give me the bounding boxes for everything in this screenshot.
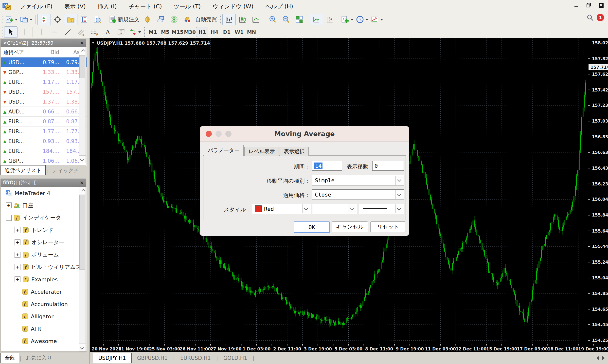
chart-tab-eurusd-h1[interactable]: EURUSD,H1 — [175, 353, 216, 363]
bar-chart-button[interactable] — [222, 14, 236, 25]
tree-item--[interactable]: +fオシレーター — [1, 236, 87, 249]
fibonacci-button[interactable]: F — [88, 26, 101, 38]
strategy-tester-button[interactable] — [91, 14, 104, 25]
menu-v[interactable]: 表示 (V) — [58, 0, 92, 13]
indicators-button[interactable] — [340, 14, 355, 25]
market-watch-row[interactable]: ▲EUR...1.17...1.17... — [1, 77, 87, 87]
tree-item-metatrader-4[interactable]: MetaTrader 4 — [1, 187, 87, 199]
line-width-select[interactable] — [359, 204, 404, 214]
auto-scroll-button[interactable] — [310, 14, 323, 25]
timeframe-m5-button[interactable]: M5 — [159, 27, 171, 37]
close-button[interactable] — [596, 1, 607, 9]
candlestick-chart-button[interactable] — [236, 14, 249, 25]
tile-windows-button[interactable] — [293, 14, 306, 25]
tree-item--[interactable]: +口座 — [1, 199, 87, 212]
restore-button[interactable] — [583, 1, 594, 9]
dropdown-caret-icon[interactable] — [351, 19, 354, 20]
collapse-icon[interactable]: − — [6, 215, 12, 221]
tree-item-awesome[interactable]: fAwesome — [1, 335, 87, 347]
scroll-down-icon[interactable] — [79, 344, 86, 351]
scroll-down-icon[interactable] — [79, 155, 86, 163]
scroll-up-icon[interactable] — [79, 187, 86, 195]
toolbar-grip[interactable] — [1, 27, 3, 37]
chart-shift-button[interactable] — [323, 14, 336, 25]
vertical-line-button[interactable] — [35, 26, 48, 38]
zoom-out-button[interactable] — [279, 14, 293, 25]
market-watch-row[interactable]: ▼GBP...1.33...1.33... — [1, 67, 87, 77]
timeframe-h4-button[interactable]: H4 — [208, 27, 221, 37]
tree-item--[interactable]: +fトレンド — [1, 224, 87, 236]
timeframe-h1-button[interactable]: H1 — [196, 27, 208, 37]
column-header-symbol[interactable]: 通貨ペア — [1, 47, 38, 57]
dropdown-caret-icon[interactable] — [380, 19, 383, 20]
market-watch-close-icon[interactable]: ✕ — [80, 40, 84, 46]
shift-input[interactable]: 0 — [372, 161, 404, 171]
toolbar-grip[interactable] — [219, 15, 221, 24]
expand-icon[interactable]: + — [15, 252, 20, 258]
periods-button[interactable] — [355, 14, 370, 25]
chevron-down-icon[interactable] — [302, 204, 310, 213]
new-order-button[interactable]: 新規注文 — [108, 14, 141, 25]
signals-button[interactable] — [167, 14, 181, 25]
dialog-tab-parameters[interactable]: パラメーター — [204, 145, 244, 156]
tree-item-accelerator[interactable]: fAccelerator — [1, 286, 87, 298]
timeframe-m1-button[interactable]: M1 — [147, 27, 159, 37]
market-watch-tab[interactable]: 通貨ペアリスト — [0, 165, 46, 175]
market-watch-row[interactable]: ▼USD...1.37...1.38... — [1, 97, 87, 107]
market-watch-tab[interactable]: ティックチ — [49, 165, 83, 175]
equidistant-channel-button[interactable]: E — [74, 26, 88, 38]
cancel-button[interactable]: キャンセル — [332, 221, 368, 232]
scroll-tabs-left-icon[interactable] — [596, 356, 599, 360]
market-watch-row[interactable]: ▲EUR...0.87...0.87... — [1, 117, 87, 127]
line-chart-button[interactable] — [249, 14, 262, 25]
chart-tab-gold-h1[interactable]: GOLD,H1 — [218, 353, 253, 363]
menu-h[interactable]: ヘルプ (H) — [259, 0, 299, 13]
zoom-in-button[interactable] — [266, 14, 279, 25]
expand-icon[interactable]: + — [15, 239, 20, 245]
menu-t[interactable]: ツール (T) — [168, 0, 207, 13]
apply-price-select[interactable]: Close — [312, 189, 404, 200]
dropdown-caret-icon[interactable] — [365, 19, 368, 20]
menu-i[interactable]: 挿入 (I) — [92, 0, 123, 13]
menu-c[interactable]: チャート (C) — [123, 0, 168, 13]
ma-method-select[interactable]: Simple — [312, 175, 404, 185]
ok-button[interactable]: OK — [294, 221, 330, 233]
dropdown-caret-icon[interactable] — [30, 19, 33, 20]
chevron-down-icon[interactable] — [348, 204, 356, 213]
tree-item-examples[interactable]: +fExamples — [1, 273, 87, 286]
timeframe-d1-button[interactable]: D1 — [221, 27, 233, 37]
trendline-button[interactable] — [61, 26, 74, 38]
period-input[interactable]: 14 — [312, 161, 342, 171]
dialog-tab-other[interactable]: レベル表示 — [244, 147, 279, 156]
style-color-select[interactable]: Red — [252, 204, 311, 214]
autotrading-button[interactable]: 自動売買 — [194, 14, 218, 25]
expand-icon[interactable]: + — [15, 264, 20, 270]
timeframe-m15-button[interactable]: M15 — [171, 27, 184, 37]
market-watch-row[interactable]: ▲AUD...0.66...0.66... — [1, 107, 87, 117]
navigator-button[interactable] — [64, 14, 77, 25]
tree-item--[interactable]: +fボリューム — [1, 249, 87, 261]
notification-badge[interactable]: 1 — [597, 14, 604, 21]
menu-f[interactable]: ファイル (F) — [14, 0, 58, 13]
scroll-up-icon[interactable] — [79, 47, 86, 55]
arrows-tool-button[interactable] — [128, 26, 143, 38]
chevron-down-icon[interactable] — [395, 190, 404, 199]
market-watch-row[interactable]: ▲EUR...184....184.... — [1, 146, 87, 156]
expand-icon[interactable]: + — [15, 276, 20, 282]
text-label-button[interactable]: T — [114, 26, 128, 38]
expand-icon[interactable]: + — [6, 202, 12, 208]
data-window-button[interactable] — [51, 14, 64, 25]
toolbar-grip[interactable] — [1, 15, 3, 24]
line-style-select[interactable] — [312, 204, 357, 214]
tree-item-alligator[interactable]: fAlligator — [1, 310, 87, 323]
terminal-button[interactable] — [77, 14, 91, 25]
horizontal-line-button[interactable] — [48, 26, 61, 38]
navigator-scrollbar[interactable] — [79, 187, 86, 351]
new-chart-button[interactable] — [4, 14, 19, 25]
text-button[interactable]: A — [101, 26, 114, 38]
chart-tab-usdjpy-h1[interactable]: USDJPY,H1 — [93, 353, 132, 363]
chart-tab-gbpusd-h1[interactable]: GBPUSD,H1 — [132, 353, 173, 363]
dialog-zoom-icon[interactable] — [225, 131, 232, 137]
market-watch-row[interactable]: ▲EUR...1.77...1.77... — [1, 127, 87, 136]
scroll-tabs-right-icon[interactable] — [602, 356, 605, 360]
